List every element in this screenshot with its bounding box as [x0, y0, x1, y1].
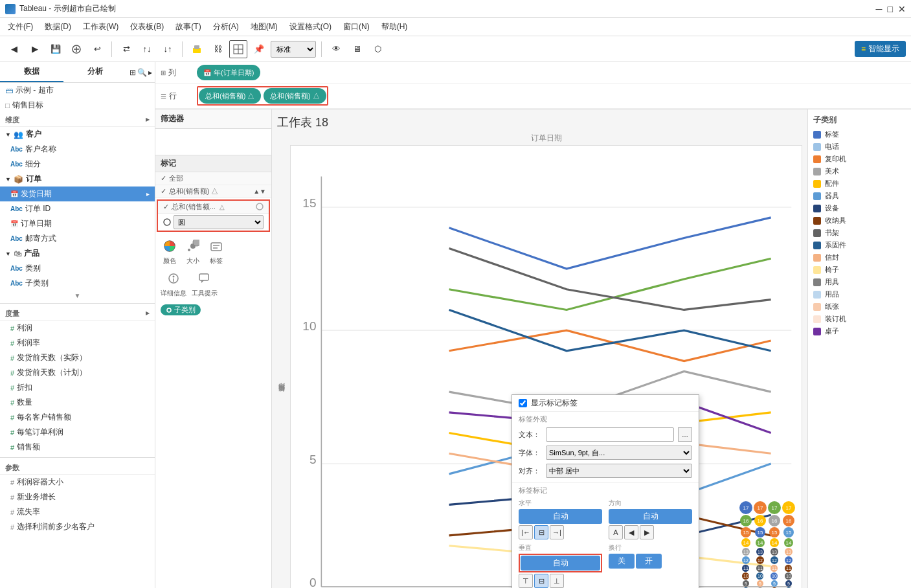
field-ship-days-actual[interactable]: # 发货前天数（实际） [0, 350, 155, 365]
field-sales[interactable]: # 销售额 [0, 440, 155, 455]
param-profit-size[interactable]: # 利润容器大小 [0, 475, 155, 490]
field-profit-rate[interactable]: # 利润率 [0, 335, 155, 350]
sum-sales-pill-1[interactable]: 总和(销售额) △ [199, 88, 261, 104]
folder-product[interactable]: ▼ 🛍 产品 [0, 246, 155, 261]
menu-analysis[interactable]: 分析(A) [208, 20, 244, 34]
field-category[interactable]: Abc 类别 [0, 261, 155, 276]
table-btn[interactable] [229, 40, 247, 58]
v-bot-btn[interactable]: ⊥ [550, 574, 564, 588]
field-profit-per-order[interactable]: # 每笔订单利润 [0, 425, 155, 440]
menu-story[interactable]: 故事(T) [170, 20, 206, 34]
show-mark-labels-text: 显示标记标签 [531, 398, 578, 409]
align-left-btn[interactable]: |← [519, 525, 533, 539]
field-order-date[interactable]: 📅 订单日期 [0, 216, 155, 231]
sum-sales-pill-2[interactable]: 总和(销售额) △ [264, 88, 326, 104]
dir-right-btn[interactable]: ▶ [640, 525, 654, 539]
undo-btn[interactable]: ↩ [88, 40, 106, 58]
close-btn[interactable]: ✕ [898, 4, 906, 14]
more-btn[interactable]: ▸ [148, 68, 152, 77]
field-ship-days-planned[interactable]: # 发货前天数（计划） [0, 365, 155, 380]
field-discount[interactable]: # 折扣 [0, 380, 155, 395]
menu-format[interactable]: 设置格式(O) [284, 20, 337, 34]
swap-btn[interactable]: ⇄ [117, 40, 135, 58]
field-customer-name[interactable]: Abc 客户名称 [0, 142, 155, 157]
minimize-btn[interactable]: ─ [876, 4, 883, 14]
label-btn[interactable]: 标签 [207, 237, 225, 266]
tab-analysis[interactable]: 分析 [63, 62, 127, 82]
marks-type-select[interactable]: 圆 [174, 215, 264, 229]
marks-sum1-header[interactable]: ✓ 总和(销售额) △ ▲▼ [155, 185, 271, 198]
smart-display-btn[interactable]: ≡ 智能显示 [855, 41, 906, 57]
sort-desc-btn[interactable]: ↓↑ [159, 40, 177, 58]
param-churn-rate[interactable]: # 流失率 [0, 504, 155, 519]
folder-order[interactable]: ▼ 📦 订单 [0, 172, 155, 187]
highlight-btn[interactable] [188, 40, 206, 58]
sales-target-item[interactable]: □ 销售目标 [0, 98, 155, 113]
size-btn[interactable]: 大小 [184, 237, 202, 266]
folder-customer[interactable]: ▼ 👥 客户 [0, 127, 155, 142]
menu-worksheet[interactable]: 工作表(W) [78, 20, 124, 34]
auto-v-btn[interactable]: 自动 [521, 556, 600, 571]
view-btn[interactable]: 👁 [327, 40, 345, 58]
sort-asc-btn[interactable]: ↑↓ [138, 40, 156, 58]
text-more-btn[interactable]: … [678, 427, 692, 442]
field-sales-per-customer[interactable]: # 每名客户销售额 [0, 410, 155, 425]
field-subcategory[interactable]: Abc 子类别 [0, 276, 155, 291]
scroll-down-btn[interactable]: ▼ [0, 291, 155, 300]
show-mark-labels-checkbox[interactable] [519, 399, 527, 407]
param-new-business[interactable]: # 新业务增长 [0, 490, 155, 504]
dimensions-more-btn[interactable]: ▸ [146, 115, 150, 124]
field-profit[interactable]: # 利润 [0, 321, 155, 335]
field-ship-date[interactable]: 📅 发货日期 ▸ [0, 187, 155, 201]
add-datasource-btn[interactable] [67, 40, 85, 58]
field-order-id[interactable]: Abc 订单 ID [0, 201, 155, 216]
v-mid-btn[interactable]: ⊟ [534, 574, 548, 588]
field-segment[interactable]: Abc 细分 [0, 157, 155, 172]
menu-file[interactable]: 文件(F) [3, 20, 38, 34]
menu-data[interactable]: 数据(D) [39, 20, 76, 34]
share-btn[interactable]: ⬡ [368, 40, 387, 58]
forward-btn[interactable]: ▶ [26, 40, 44, 58]
close-lb-btn[interactable]: 关 [609, 554, 635, 569]
menu-map[interactable]: 地图(M) [245, 20, 283, 34]
auto-h-btn[interactable]: 自动 [519, 509, 602, 524]
link-btn[interactable]: ⛓ [208, 40, 227, 58]
menu-help[interactable]: 帮助(H) [376, 20, 413, 34]
param-top-customers[interactable]: # 选择利润前多少名客户 [0, 519, 155, 534]
measures-more-btn[interactable]: ▸ [146, 309, 150, 317]
year-pill[interactable]: 📅 年(订单日期) [197, 65, 260, 80]
v-top-btn[interactable]: ⊤ [519, 574, 533, 588]
field-shipping-method[interactable]: Abc 邮寄方式 [0, 231, 155, 246]
datasource-item[interactable]: 🗃 示例 - 超市 [0, 83, 155, 98]
expand-icon[interactable]: ▲▼ [253, 188, 266, 195]
auto-dir-btn[interactable]: 自动 [609, 509, 692, 524]
align-right-btn[interactable]: →| [550, 525, 564, 539]
svg-point-11 [188, 249, 190, 251]
dir-a-btn[interactable]: A [609, 525, 623, 539]
marks-sum2-header[interactable]: ✓ 总和(销售额... △ [158, 201, 269, 214]
marks-all-header[interactable]: ✓ 全部 [155, 172, 271, 185]
legend-color-zhizhang [813, 303, 821, 311]
align-select[interactable]: 中部 居中 [546, 464, 692, 478]
align-center-btn[interactable]: ⊟ [534, 525, 548, 539]
tab-data[interactable]: 数据 [0, 62, 63, 82]
menu-dashboard[interactable]: 仪表板(B) [125, 20, 169, 34]
subcategory-pill[interactable]: 子类别 [161, 304, 201, 315]
dir-left-btn[interactable]: ◀ [624, 525, 638, 539]
search-btn[interactable]: 🔍 [137, 68, 147, 77]
standard-select[interactable]: 标准 [271, 41, 316, 58]
pin-btn[interactable]: 📌 [250, 40, 268, 58]
device-btn[interactable]: 🖥 [348, 40, 366, 58]
back-btn[interactable]: ◀ [5, 40, 23, 58]
color-btn[interactable]: 颜色 [161, 237, 179, 266]
save-btn[interactable]: 💾 [47, 40, 65, 58]
font-select[interactable]: SimSun, 9pt, 自... [546, 446, 692, 460]
field-quantity[interactable]: # 数量 [0, 395, 155, 410]
tooltip-btn[interactable]: 工具提示 [192, 269, 218, 298]
grid-view-btn[interactable]: ⊞ [129, 68, 136, 77]
open-lb-btn[interactable]: 开 [636, 554, 662, 569]
menu-window[interactable]: 窗口(N) [338, 20, 375, 34]
maximize-btn[interactable]: □ [888, 4, 893, 14]
text-input[interactable] [546, 427, 674, 442]
detail-btn[interactable]: 详细信息 [161, 269, 186, 298]
